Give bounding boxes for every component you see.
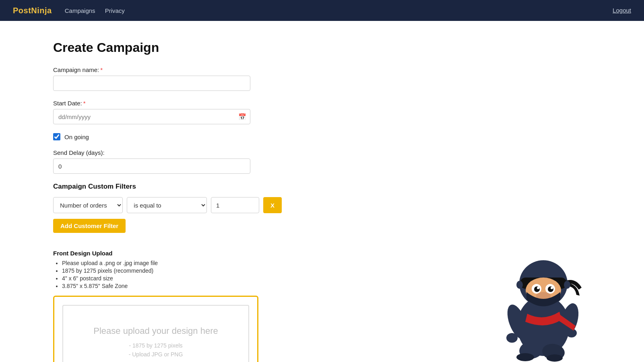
- ongoing-checkbox[interactable]: [53, 133, 60, 140]
- svg-point-19: [516, 281, 523, 289]
- svg-point-18: [536, 292, 551, 300]
- upload-hint-1: Please upload a .png or .jpg image file: [62, 260, 282, 266]
- filter-value-input[interactable]: [211, 197, 259, 213]
- upload-placeholder: Please upload your design here: [93, 326, 218, 336]
- brand-logo: PostNinja: [13, 6, 52, 15]
- svg-point-8: [566, 329, 577, 337]
- svg-point-2: [541, 342, 566, 361]
- svg-point-6: [557, 301, 582, 338]
- svg-point-5: [504, 302, 531, 341]
- upload-hint-3: 4" x 6" postcard size: [62, 275, 282, 282]
- upload-title: Front Design Upload: [53, 250, 282, 257]
- send-delay-label: Send Delay (days):: [53, 149, 282, 156]
- filters-title: Campaign Custom Filters: [53, 183, 282, 191]
- ongoing-row: On going: [53, 133, 282, 140]
- upload-hints: Please upload a .png or .jpg image file …: [53, 260, 282, 289]
- campaign-name-label: Campaign name:*: [53, 66, 282, 73]
- start-date-group: Start Date:* 📅: [53, 100, 282, 124]
- logout-link[interactable]: Logout: [613, 7, 631, 14]
- upload-drop-zone[interactable]: Please upload your design here - 1875 by…: [62, 305, 249, 362]
- svg-point-3: [516, 353, 534, 361]
- upload-sub-text: - 1875 by 1275 pixels - Upload JPG or PN…: [129, 341, 183, 359]
- send-delay-input[interactable]: [53, 158, 250, 174]
- svg-rect-10: [520, 278, 567, 289]
- upload-section: Front Design Upload Please upload a .png…: [53, 250, 282, 362]
- filter-operator-select[interactable]: is equal to: [127, 197, 207, 213]
- page-title: Create Campaign: [53, 40, 282, 55]
- filter-row: Number of orders is equal to X: [53, 197, 282, 213]
- svg-point-17: [551, 287, 553, 289]
- svg-point-1: [518, 339, 545, 361]
- svg-point-7: [506, 333, 518, 343]
- svg-point-9: [519, 260, 568, 307]
- nav-privacy[interactable]: Privacy: [105, 7, 125, 14]
- nav-campaigns[interactable]: Campaigns: [65, 7, 95, 14]
- start-date-label: Start Date:*: [53, 100, 282, 107]
- campaign-name-group: Campaign name:*: [53, 66, 282, 91]
- svg-point-11: [526, 278, 561, 303]
- campaign-name-input[interactable]: [53, 76, 250, 91]
- ninja-mascot: [483, 221, 604, 362]
- ongoing-label[interactable]: On going: [64, 134, 89, 140]
- filters-section: Campaign Custom Filters Number of orders…: [53, 183, 282, 241]
- date-input-wrapper: 📅: [53, 109, 250, 124]
- upload-hint-2: 1875 by 1275 pixels (recommended): [62, 267, 282, 274]
- svg-point-15: [548, 286, 553, 292]
- svg-point-20: [564, 281, 570, 289]
- start-date-input[interactable]: [53, 109, 250, 124]
- filter-remove-button[interactable]: X: [263, 197, 282, 213]
- send-delay-group: Send Delay (days):: [53, 149, 282, 174]
- svg-point-12: [532, 284, 541, 294]
- navbar: PostNinja Campaigns Privacy Logout: [0, 0, 644, 21]
- svg-point-16: [537, 287, 539, 289]
- svg-point-13: [545, 284, 555, 294]
- nav-links: Campaigns Privacy: [65, 7, 125, 14]
- filter-field-select[interactable]: Number of orders: [53, 197, 123, 213]
- add-filter-button[interactable]: Add Customer Filter: [53, 219, 126, 233]
- svg-point-4: [547, 354, 563, 362]
- main-content: Create Campaign Campaign name:* Start Da…: [0, 21, 282, 362]
- upload-hint-4: 3.875" x 5.875" Safe Zone: [62, 283, 282, 289]
- upload-box[interactable]: Please upload your design here - 1875 by…: [53, 296, 258, 362]
- svg-point-0: [517, 296, 570, 356]
- svg-point-14: [534, 286, 540, 292]
